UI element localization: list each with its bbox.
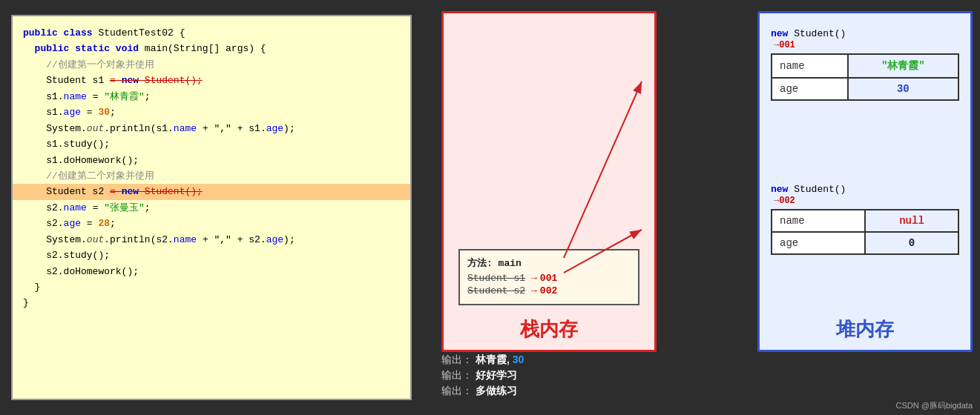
- s1-ref: 001: [540, 273, 557, 284]
- object2-header: new Student() →002: [771, 184, 959, 206]
- output-line-2: 输出： 好好学习: [441, 369, 524, 382]
- code-line-10: //创建第二个对象并使用: [23, 168, 400, 184]
- method-box: 方法: main Student s1 → 001 Student s2 → 0…: [458, 249, 639, 305]
- code-line-15: s2.study();: [23, 248, 400, 263]
- code-line-8: s1.study();: [23, 136, 400, 152]
- stack-label: 栈内存: [520, 316, 578, 342]
- s1-var: Student s1: [467, 273, 525, 284]
- code-line-4: Student s1 = new Student();: [23, 73, 400, 88]
- stack-box: 方法: main Student s1 → 001 Student s2 → 0…: [441, 11, 657, 352]
- code-line-9: s1.doHomework();: [23, 153, 400, 168]
- object1-header: new Student() →001: [771, 28, 959, 50]
- output-line-1: 输出： 林青霞, 30: [441, 353, 524, 367]
- output-area: 输出： 林青霞, 30 输出： 好好学习 输出： 多做练习: [441, 351, 524, 400]
- code-line-5: s1.name = "林青霞";: [23, 89, 400, 104]
- code-line-16: s2.doHomework();: [23, 264, 400, 279]
- code-line-11-highlighted: Student s2 = new Student();: [13, 184, 410, 199]
- field2-age-label: age: [772, 232, 865, 254]
- heap-label: 堆内存: [836, 316, 894, 342]
- code-panel: public class StudentTest02 { public stat…: [11, 15, 412, 400]
- code-line-7: System.out.println(s1.name + "," + s1.ag…: [23, 121, 400, 136]
- code-line-12: s2.name = "张曼玉";: [23, 200, 400, 216]
- code-line-1: public class StudentTest02 {: [23, 25, 400, 41]
- code-line-3: //创建第一个对象并使用: [23, 57, 400, 73]
- code-line-18: }: [23, 295, 400, 311]
- code-line-2: public static void main(String[] args) {: [23, 41, 400, 56]
- heap-object-2: new Student() →002 name null age 0: [771, 184, 959, 255]
- object1-table: name "林青霞" age 30: [771, 53, 959, 101]
- object2-row-age: age 0: [772, 232, 958, 254]
- field-name-label: name: [772, 54, 848, 78]
- object1-row-name: name "林青霞": [772, 54, 958, 78]
- watermark: CSDN @豚码bigdata: [896, 400, 973, 411]
- field-age-label: age: [772, 78, 848, 100]
- code-line-13: s2.age = 28;: [23, 216, 400, 231]
- code-line-17: }: [23, 279, 400, 295]
- s2-var: Student s2: [467, 285, 525, 296]
- code-line-14: System.out.println(s2.name + "," + s2.ag…: [23, 232, 400, 248]
- field-age-value: 30: [848, 78, 958, 100]
- field2-age-value: 0: [865, 232, 958, 254]
- method-row-s1: Student s1 → 001: [467, 273, 631, 284]
- output-line-3: 输出： 多做练习: [441, 385, 524, 398]
- field2-name-value: null: [865, 210, 958, 232]
- method-title: 方法: main: [467, 256, 631, 270]
- s2-arrow: →: [531, 285, 537, 296]
- memory-area: 方法: main Student s1 → 001 Student s2 → 0…: [419, 0, 980, 415]
- field-name-value: "林青霞": [848, 54, 958, 78]
- object2-table: name null age 0: [771, 209, 959, 255]
- code-line-6: s1.age = 30;: [23, 104, 400, 120]
- object2-id: →002: [774, 196, 795, 206]
- object1-row-age: age 30: [772, 78, 958, 100]
- object2-row-name: name null: [772, 210, 958, 232]
- s2-ref: 002: [540, 285, 557, 296]
- s1-arrow: →: [531, 273, 537, 284]
- heap-object-1: new Student() →001 name "林青霞" age 30: [771, 28, 959, 101]
- main-container: public class StudentTest02 { public stat…: [0, 0, 980, 415]
- field2-name-label: name: [772, 210, 865, 232]
- method-row-s2: Student s2 → 002: [467, 285, 631, 296]
- object1-id: →001: [774, 40, 795, 50]
- heap-box: new Student() →001 name "林青霞" age 30: [757, 11, 973, 352]
